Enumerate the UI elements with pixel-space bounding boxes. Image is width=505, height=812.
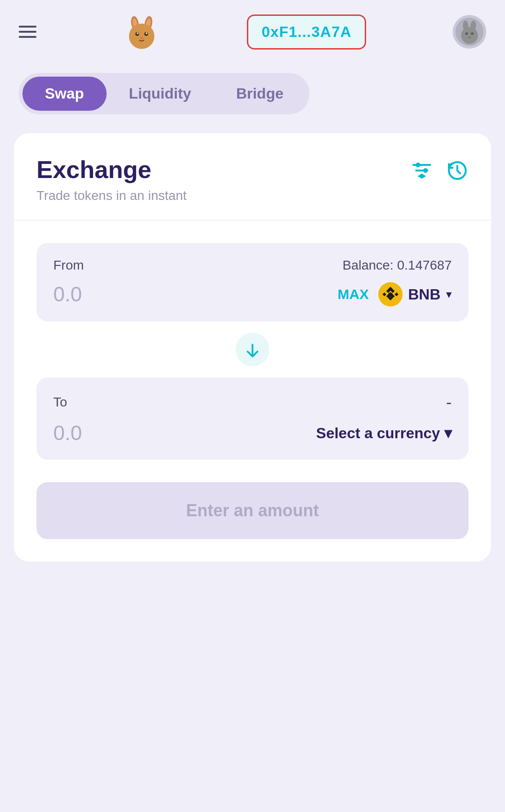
history-icon (446, 159, 469, 182)
from-token-controls: MAX (338, 282, 452, 306)
svg-point-14 (465, 32, 468, 35)
svg-point-20 (416, 163, 420, 167)
max-button[interactable]: MAX (338, 286, 369, 302)
nav-tabs: Swap Liquidity Bridge (19, 73, 310, 114)
to-label: To (53, 395, 67, 410)
to-balance-dash: - (446, 392, 452, 412)
tab-swap[interactable]: Swap (22, 77, 107, 111)
settings-button[interactable] (411, 159, 433, 184)
card-actions (411, 159, 469, 184)
from-balance: Balance: 0.147687 (342, 258, 452, 273)
exchange-subtitle: Trade tokens in an instant (36, 188, 187, 203)
svg-point-8 (146, 33, 147, 34)
svg-point-15 (471, 32, 474, 35)
to-token-top: To - (53, 392, 452, 412)
svg-point-9 (140, 37, 143, 39)
to-token-selector[interactable]: Select a currency ▾ (316, 424, 452, 442)
from-token-bottom: MAX (53, 282, 452, 306)
exchange-card: Exchange Trade tokens in an instant (14, 133, 491, 562)
to-currency-chevron: ▾ (444, 425, 452, 442)
from-token-name: BNB (408, 286, 440, 303)
svg-point-13 (461, 27, 478, 44)
svg-point-7 (137, 33, 138, 34)
card-title-section: Exchange Trade tokens in an instant (36, 156, 187, 203)
hamburger-menu[interactable] (19, 26, 36, 38)
logo-container (123, 13, 160, 50)
wallet-address-text: 0xF1...3A7A (261, 23, 351, 40)
swap-down-arrow-icon (244, 341, 261, 358)
card-header: Exchange Trade tokens in an instant (14, 133, 491, 221)
to-token-bottom: Select a currency ▾ (53, 421, 452, 445)
app-header: 0xF1...3A7A (0, 0, 505, 64)
svg-point-4 (129, 23, 154, 49)
exchange-title: Exchange (36, 156, 187, 184)
from-token-selector[interactable]: BNB ▾ (378, 282, 452, 306)
avatar-icon (455, 18, 483, 46)
nav-tabs-container: Swap Liquidity Bridge (0, 64, 505, 133)
settings-icon (411, 159, 433, 182)
to-token-box: To - Select a currency ▾ (36, 378, 469, 460)
wallet-address-button[interactable]: 0xF1...3A7A (247, 14, 366, 50)
exchange-form: From Balance: 0.147687 MAX (14, 221, 491, 562)
svg-point-16 (468, 36, 471, 38)
from-token-chevron: ▾ (446, 288, 452, 301)
swap-direction-container (36, 321, 469, 378)
select-currency-label: Select a currency ▾ (316, 424, 452, 442)
pancakeswap-logo (123, 13, 160, 50)
from-token-box: From Balance: 0.147687 MAX (36, 243, 469, 321)
to-amount-input[interactable] (53, 421, 147, 445)
enter-amount-label: Enter an amount (186, 501, 319, 520)
svg-point-21 (423, 168, 428, 173)
user-avatar[interactable] (453, 15, 486, 49)
from-amount-input[interactable] (53, 283, 147, 306)
tab-liquidity[interactable]: Liquidity (107, 77, 214, 111)
tab-bridge[interactable]: Bridge (214, 77, 306, 111)
from-token-top: From Balance: 0.147687 (53, 258, 452, 273)
bnb-coin-icon (378, 282, 403, 306)
history-button[interactable] (446, 159, 469, 184)
swap-direction-button[interactable] (236, 333, 269, 366)
svg-point-22 (419, 174, 424, 178)
enter-amount-button[interactable]: Enter an amount (36, 482, 469, 539)
from-label: From (53, 258, 84, 273)
